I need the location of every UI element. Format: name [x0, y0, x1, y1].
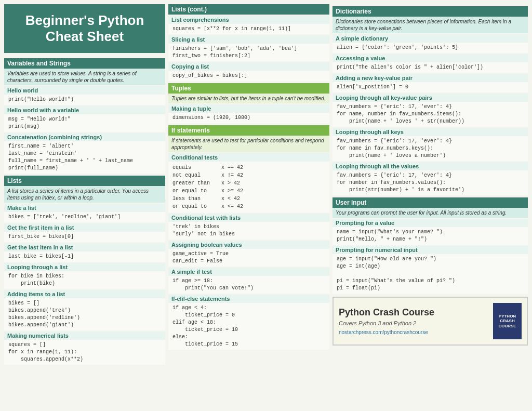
column-2: Lists (cont.) List comprehensions square…: [168, 4, 329, 365]
cond-code-2: x > 42: [221, 179, 240, 187]
table-row: equals x == 42: [172, 164, 325, 171]
cond-code-5: x <= 42: [221, 203, 243, 210]
promo-box: Python Crash Course Covers Python 3 and …: [332, 297, 528, 346]
dicts-header: Dictionaries: [332, 6, 528, 17]
dicts-desc: Dictionaries store connections between p…: [332, 17, 528, 33]
loop-list-code: for bike in bikes: print(bike): [4, 271, 165, 289]
first-item-code: first_bike = bikes[0]: [4, 232, 165, 242]
cond-code-3: x >= 42: [221, 187, 243, 195]
add-items-code: bikes = [] bikes.append('trek') bikes.ap…: [4, 298, 165, 330]
elif-title: If-elif-else statements: [168, 295, 329, 303]
lists-desc: A list stores a series of items in a par…: [4, 186, 165, 203]
cond-tests-table: equals x == 42 not equal x != 42 greater…: [168, 162, 329, 213]
loop-list-title: Looping through a list: [4, 263, 165, 271]
copying-code: copy_of_bikes = bikes[:]: [168, 71, 329, 81]
column-3: Dictionaries Dictionaries store connecti…: [332, 4, 528, 365]
cond-label-1: not equal: [172, 171, 219, 179]
user-input-desc: Your programs can prompt the user for in…: [332, 208, 528, 218]
variables-desc: Variables are used to store values. A st…: [4, 69, 165, 85]
table-row: greater than x > 42: [172, 179, 325, 187]
make-list-title: Make a list: [4, 204, 165, 212]
if-desc: If statements are used to test for parti…: [168, 136, 329, 152]
prompt-val-code: name = input("What's your name? ") print…: [332, 227, 528, 245]
user-input-header: User input: [332, 197, 528, 208]
cond-label-4: less than: [172, 195, 219, 203]
loop-kv-code: fav_numbers = {'eric': 17, 'ever': 4} fo…: [332, 102, 528, 127]
cond-code-0: x == 42: [221, 164, 243, 171]
cond-label-5: or equal to: [172, 203, 219, 210]
cond-code-1: x != 42: [221, 171, 243, 179]
prompt-val-title: Prompting for a value: [332, 219, 528, 227]
cond-label-2: greater than: [172, 179, 219, 187]
book-cover: PYTHONCRASHCOURSE: [493, 303, 522, 339]
concat-title: Concatenation (combining strings): [4, 133, 165, 141]
loop-vals-title: Looping through all the values: [332, 162, 528, 170]
slicing-code: finishers = ['sam', 'bob', 'ada', 'bea']…: [168, 44, 329, 61]
title-box: Beginner's PythonCheat Sheet: [4, 4, 165, 53]
lists-header: Lists: [4, 176, 165, 186]
hello-variable-code: msg = "Hello world!" print(msg): [4, 114, 165, 132]
table-row: or equal to x >= 42: [172, 187, 325, 195]
simple-dict-code: alien = {'color': 'green', 'points': 5}: [332, 43, 528, 53]
num-lists-code: squares = [] for x in range(1, 11): squa…: [4, 340, 165, 365]
if-header: If statements: [168, 125, 329, 136]
making-tuple-title: Making a tuple: [168, 104, 329, 113]
loop-kv-title: Looping through all key-value pairs: [332, 94, 528, 102]
cond-label-3: or equal to: [172, 187, 219, 195]
copying-title: Copying a list: [168, 62, 329, 71]
cond-code-4: x < 42: [221, 195, 240, 203]
hello-world-code: print("Hello world!"): [4, 95, 165, 105]
num-lists-title: Making numerical lists: [4, 332, 165, 340]
table-row: or equal to x <= 42: [172, 203, 325, 210]
cond-label-0: equals: [172, 164, 219, 171]
list-comp-code: squares = [x**2 for x in range(1, 11)]: [168, 24, 329, 34]
column-1: Beginner's PythonCheat Sheet Variables a…: [4, 4, 165, 365]
add-items-title: Adding items to a list: [4, 290, 165, 298]
simple-if-code: if age >= 18: print("You can vote!"): [168, 276, 329, 294]
prompt-num-title: Prompting for numerical input: [332, 246, 528, 254]
add-kv-title: Adding a new key-value pair: [332, 74, 528, 82]
cond-tests-title: Conditional tests: [168, 153, 329, 162]
make-list-code: bikes = ['trek', 'redline', 'giant']: [4, 212, 165, 222]
loop-vals-code: fav_numbers = {'eric': 17, 'ever': 4} fo…: [332, 170, 528, 195]
prompt-num-code: age = input("How old are you? ") age = i…: [332, 254, 528, 294]
last-item-title: Get the last item in a list: [4, 243, 165, 251]
concat-code: first_name = 'albert' last_name = 'einst…: [4, 141, 165, 174]
access-val-code: print("The alien's color is " + alien['c…: [332, 62, 528, 73]
hello-world-title: Hello world: [4, 86, 165, 95]
page-title: Beginner's PythonCheat Sheet: [10, 12, 159, 45]
page: Beginner's PythonCheat Sheet Variables a…: [4, 4, 528, 365]
last-item-code: last_bike = bikes[-1]: [4, 251, 165, 262]
simple-dict-title: A simple dictionary: [332, 34, 528, 43]
elif-code: if age < 4: ticket_price = 0 elif age < …: [168, 303, 329, 350]
cond-list-code: 'trek' in bikes 'surly' not in bikes: [168, 222, 329, 240]
table-row: less than x < 42: [172, 195, 325, 203]
access-val-title: Accessing a value: [332, 54, 528, 62]
book-cover-title: PYTHONCRASHCOURSE: [498, 314, 516, 329]
variables-header: Variables and Strings: [4, 58, 165, 69]
lists-cont-header: Lists (cont.): [168, 4, 329, 15]
promo-title: Python Crash Course: [339, 307, 488, 319]
loop-keys-title: Looping through all keys: [332, 128, 528, 136]
simple-if-title: A simple if test: [168, 268, 329, 276]
table-row: not equal x != 42: [172, 171, 325, 179]
tuples-desc: Tuples are similar to lists, but the ite…: [168, 94, 329, 103]
tuples-header: Tuples: [168, 83, 329, 94]
promo-link[interactable]: nostarchpress.com/pythoncrashcourse: [339, 329, 488, 335]
loop-keys-code: fav_numbers = {'eric': 17, 'ever': 4} fo…: [332, 136, 528, 161]
add-kv-code: alien['x_position'] = 0: [332, 82, 528, 92]
list-comp-title: List comprehensions: [168, 16, 329, 24]
first-item-title: Get the first item in a list: [4, 223, 165, 232]
slicing-title: Slicing a list: [168, 35, 329, 44]
cond-list-title: Conditional test with lists: [168, 214, 329, 222]
bool-code: game_active = True can_edit = False: [168, 249, 329, 267]
bool-title: Assigning boolean values: [168, 241, 329, 249]
making-tuple-code: dimensions = (1920, 1080): [168, 113, 329, 123]
promo-subtitle: Covers Python 3 and Python 2: [339, 320, 488, 326]
hello-variable-title: Hello world with a variable: [4, 106, 165, 114]
promo-text: Python Crash Course Covers Python 3 and …: [339, 307, 488, 336]
